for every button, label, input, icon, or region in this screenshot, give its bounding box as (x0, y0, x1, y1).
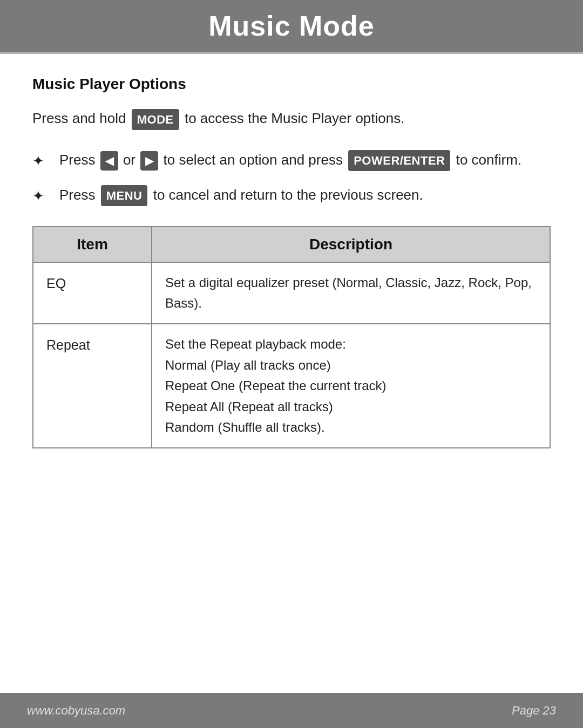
table-cell-description: Set the Repeat playback mode: Normal (Pl… (152, 324, 550, 448)
bullet-text: Press ◀ or ▶ to select an option and pre… (59, 149, 551, 172)
options-table: Item Description EQ Set a digital equali… (32, 226, 551, 449)
table-cell-item: EQ (33, 262, 152, 324)
table-header-description: Description (152, 227, 550, 262)
instructions-list: ✦ Press ◀ or ▶ to select an option and p… (32, 149, 551, 207)
table-cell-item: Repeat (33, 324, 152, 448)
table-cell-description: Set a digital equalizer preset (Normal, … (152, 262, 550, 324)
power-enter-key: POWER/ENTER (348, 150, 450, 171)
table-row: EQ Set a digital equalizer preset (Norma… (33, 262, 550, 324)
table-header-row: Item Description (33, 227, 550, 262)
section-title: Music Player Options (32, 76, 551, 93)
list-item: ✦ Press ◀ or ▶ to select an option and p… (32, 149, 551, 172)
mode-key-badge: MODE (132, 109, 179, 130)
page-header: Music Mode (0, 0, 583, 52)
footer-page: Page 23 (512, 704, 556, 718)
page-footer: www.cobyusa.com Page 23 (0, 693, 583, 728)
table-header-item: Item (33, 227, 152, 262)
menu-key: MENU (101, 185, 148, 206)
intro-text-before: Press and hold (32, 110, 126, 126)
footer-url: www.cobyusa.com (27, 704, 125, 718)
intro-paragraph: Press and hold MODE to access the Music … (32, 108, 551, 130)
bullet-text: Press MENU to cancel and return to the p… (59, 185, 551, 207)
intro-text-after: to access the Music Player options. (185, 110, 405, 126)
left-arrow-key: ◀ (100, 151, 118, 171)
bullet-symbol: ✦ (32, 186, 44, 207)
table-row: Repeat Set the Repeat playback mode: Nor… (33, 324, 550, 448)
list-item: ✦ Press MENU to cancel and return to the… (32, 185, 551, 207)
main-content: Music Player Options Press and hold MODE… (0, 54, 583, 693)
bullet-symbol: ✦ (32, 151, 44, 172)
right-arrow-key: ▶ (140, 151, 158, 171)
page-title: Music Mode (208, 10, 375, 42)
